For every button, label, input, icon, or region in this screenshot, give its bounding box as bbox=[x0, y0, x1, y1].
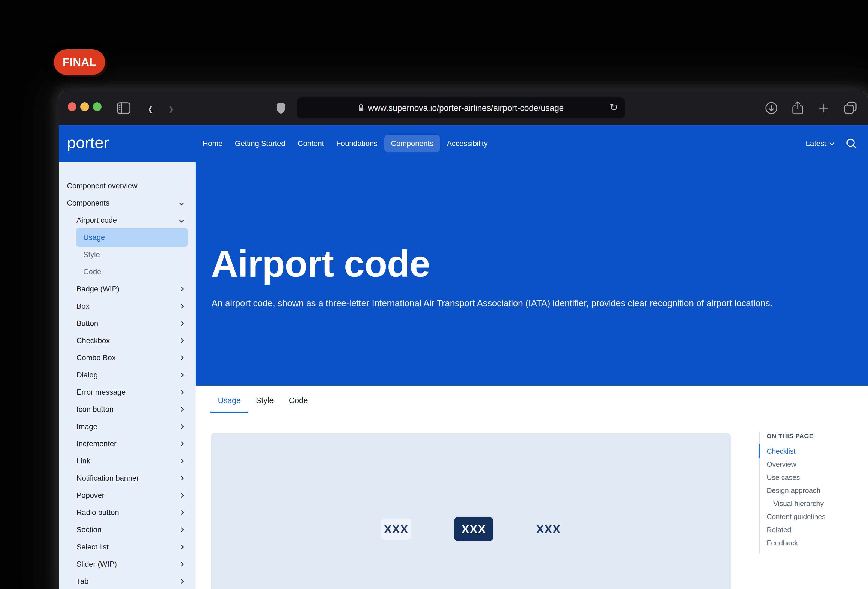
rail-item-content-guidelines[interactable]: Content guidelines bbox=[767, 510, 825, 523]
fullscreen-button[interactable] bbox=[93, 102, 102, 111]
downloads-icon[interactable] bbox=[765, 102, 778, 115]
site-header: porter Home Getting Started Content Foun… bbox=[59, 125, 868, 162]
header-right-group: Latest bbox=[806, 125, 858, 162]
close-button[interactable] bbox=[68, 102, 77, 111]
chevron-right-icon bbox=[179, 562, 184, 566]
sidebar-item-dialog[interactable]: Dialog bbox=[59, 366, 196, 384]
sidebar-list: Component overview Components Airport co… bbox=[59, 162, 196, 589]
porter-logo[interactable]: porter bbox=[67, 133, 109, 152]
chevron-down-icon bbox=[829, 140, 834, 145]
sidebar-item-incrementer[interactable]: Incrementer bbox=[59, 435, 196, 452]
chevron-right-icon bbox=[179, 338, 184, 343]
new-tab-icon[interactable] bbox=[818, 102, 830, 114]
search-icon[interactable] bbox=[845, 137, 858, 150]
nav-item-foundations[interactable]: Foundations bbox=[331, 135, 383, 152]
sidebar-item-tab[interactable]: Tab bbox=[59, 573, 196, 589]
chevron-right-icon bbox=[179, 527, 184, 532]
tabs-divider bbox=[210, 411, 861, 411]
sidebar-item-section[interactable]: Section bbox=[59, 521, 196, 538]
sidebar-item-badge-wip[interactable]: Badge (WIP) bbox=[59, 280, 196, 298]
minimize-button[interactable] bbox=[80, 102, 89, 111]
sidebar-item-error-message[interactable]: Error message bbox=[59, 384, 196, 401]
page-background: FINAL ‹ › bbox=[0, 0, 868, 589]
nav-item-components[interactable]: Components bbox=[384, 135, 440, 152]
sidebar-item-airport-code[interactable]: Airport code bbox=[59, 211, 196, 229]
sidebar-item-code[interactable]: Code bbox=[59, 263, 196, 280]
chevron-right-icon bbox=[179, 372, 184, 377]
browser-toolbar: ‹ › www.supernova.io/porter-airlines/air… bbox=[59, 91, 868, 125]
component-sidebar: Component overview Components Airport co… bbox=[59, 162, 196, 589]
tab-overview-icon[interactable] bbox=[843, 102, 857, 115]
chevron-right-icon bbox=[179, 321, 184, 326]
window-controls bbox=[68, 102, 102, 111]
rail-item-feedback[interactable]: Feedback bbox=[767, 536, 825, 549]
rail-item-checklist[interactable]: Checklist bbox=[767, 444, 825, 458]
tab-code[interactable]: Code bbox=[281, 396, 315, 413]
sidebar-item-box[interactable]: Box bbox=[59, 298, 196, 315]
chevron-right-icon bbox=[179, 304, 184, 309]
sidebar-toggle-icon[interactable] bbox=[117, 91, 131, 125]
sidebar-item-icon-button[interactable]: Icon button bbox=[59, 401, 196, 418]
sidebar-item-style[interactable]: Style bbox=[59, 246, 196, 263]
rail-item-overview[interactable]: Overview bbox=[767, 458, 825, 471]
primary-nav: Home Getting Started Content Foundations… bbox=[197, 125, 493, 162]
airport-code-badge-plain: XXX bbox=[536, 523, 561, 536]
chevron-right-icon bbox=[179, 424, 184, 429]
tab-usage[interactable]: Usage bbox=[210, 396, 248, 413]
sidebar-item-checkbox[interactable]: Checkbox bbox=[59, 332, 196, 349]
sidebar-item-select-list[interactable]: Select list bbox=[59, 538, 196, 555]
chevron-right-icon bbox=[179, 459, 184, 463]
chevron-right-icon bbox=[179, 407, 184, 412]
page-description: An airport code, shown as a three-letter… bbox=[211, 298, 772, 309]
url-bar[interactable]: www.supernova.io/porter-airlines/airport… bbox=[297, 97, 624, 118]
chevron-down-icon bbox=[179, 218, 184, 223]
chevron-right-icon bbox=[179, 579, 184, 583]
on-this-page-heading: ON THIS PAGE bbox=[767, 433, 814, 440]
example-panel: XXX XXX XXX bbox=[211, 433, 731, 589]
version-selector[interactable]: Latest bbox=[806, 139, 834, 148]
chevron-right-icon bbox=[179, 510, 184, 515]
chevron-right-icon bbox=[179, 545, 184, 549]
chevron-right-icon bbox=[179, 493, 184, 497]
chevron-right-icon bbox=[179, 441, 184, 446]
sidebar-item-components[interactable]: Components bbox=[59, 194, 196, 211]
tab-style[interactable]: Style bbox=[248, 396, 281, 413]
url-text: www.supernova.io/porter-airlines/airport… bbox=[368, 103, 564, 113]
airport-code-badge-light: XXX bbox=[381, 518, 411, 540]
content-tabs: Usage Style Code bbox=[210, 396, 316, 413]
sidebar-item-button[interactable]: Button bbox=[59, 315, 196, 332]
back-button[interactable]: ‹ bbox=[148, 91, 152, 125]
privacy-shield-icon[interactable] bbox=[276, 91, 286, 125]
sidebar-item-notification-banner[interactable]: Notification banner bbox=[59, 469, 196, 487]
reload-icon[interactable]: ↻ bbox=[610, 102, 618, 113]
sidebar-item-slider-wip[interactable]: Slider (WIP) bbox=[59, 555, 196, 573]
sidebar-item-popover[interactable]: Popover bbox=[59, 487, 196, 504]
rail-item-use-cases[interactable]: Use cases bbox=[767, 471, 825, 484]
nav-item-home[interactable]: Home bbox=[197, 135, 228, 152]
chevron-right-icon bbox=[179, 390, 184, 394]
rail-item-design-approach[interactable]: Design approach bbox=[767, 484, 825, 497]
chevron-right-icon bbox=[179, 476, 184, 480]
airport-code-badge-dark: XXX bbox=[454, 517, 493, 541]
airport-code-examples: XXX XXX XXX bbox=[211, 517, 731, 541]
chevron-right-icon bbox=[179, 355, 184, 360]
on-this-page-list: Checklist Overview Use cases Design appr… bbox=[767, 444, 825, 549]
share-icon[interactable] bbox=[791, 101, 804, 115]
nav-item-accessibility[interactable]: Accessibility bbox=[441, 135, 493, 152]
sidebar-item-combo-box[interactable]: Combo Box bbox=[59, 349, 196, 366]
rail-item-related[interactable]: Related bbox=[767, 523, 825, 536]
rail-active-indicator bbox=[759, 444, 760, 458]
sidebar-item-radio-button[interactable]: Radio button bbox=[59, 504, 196, 521]
nav-item-getting-started[interactable]: Getting Started bbox=[229, 135, 291, 152]
toolbar-right-buttons bbox=[765, 91, 857, 125]
hero-banner: Airport code An airport code, shown as a… bbox=[196, 162, 868, 386]
lock-icon bbox=[358, 104, 365, 112]
sidebar-item-image[interactable]: Image bbox=[59, 418, 196, 435]
sidebar-item-component-overview[interactable]: Component overview bbox=[59, 177, 196, 194]
version-label: Latest bbox=[806, 139, 826, 148]
forward-button[interactable]: › bbox=[169, 91, 173, 125]
sidebar-item-link[interactable]: Link bbox=[59, 452, 196, 469]
nav-item-content[interactable]: Content bbox=[292, 135, 329, 152]
rail-item-visual-hierarchy[interactable]: Visual hierarchy bbox=[767, 497, 825, 510]
sidebar-item-usage[interactable]: Usage bbox=[59, 229, 196, 246]
